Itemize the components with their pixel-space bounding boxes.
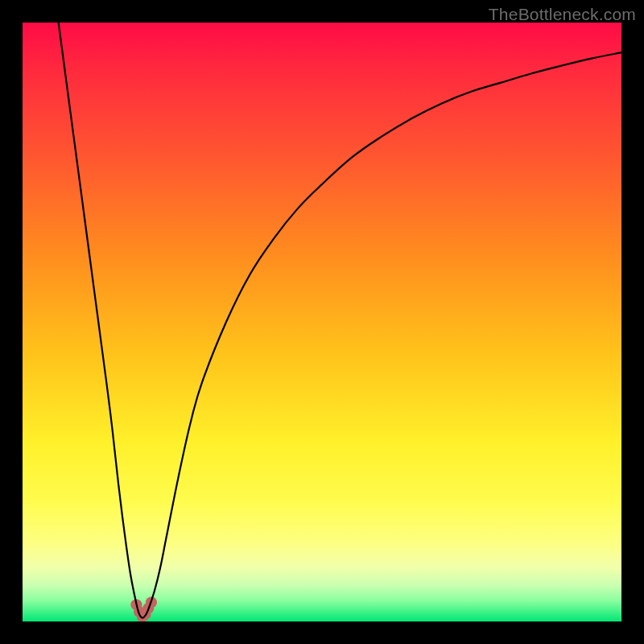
- plot-area: [23, 23, 621, 621]
- watermark-text: TheBottleneck.com: [489, 5, 636, 24]
- chart-frame: TheBottleneck.com: [0, 0, 644, 644]
- bottleneck-curve: [59, 23, 621, 618]
- curve-svg: [23, 23, 621, 621]
